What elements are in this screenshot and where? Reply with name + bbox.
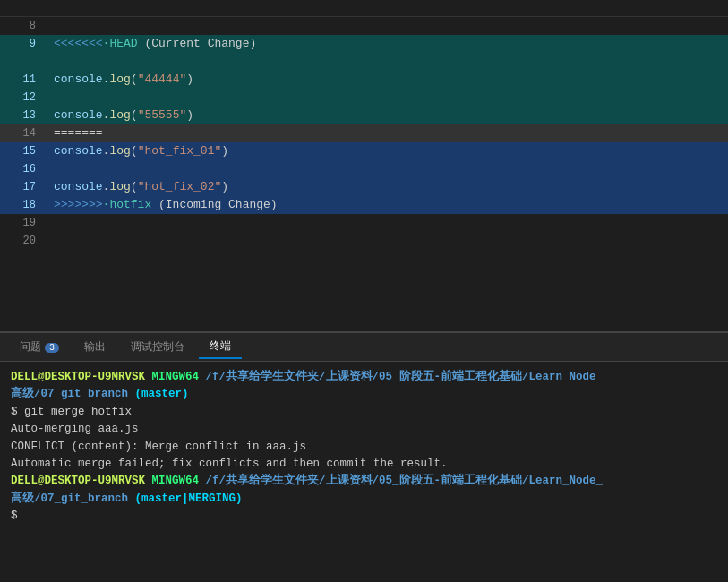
line-content — [45, 160, 728, 178]
code-line: 11console.log("44444") — [0, 71, 728, 89]
terminal-text — [128, 492, 135, 505]
line-content — [45, 232, 728, 250]
tab-badge: 3 — [45, 343, 59, 353]
terminal-text: /f/共享给学生文件夹/上课资料/ — [206, 371, 380, 383]
code-line: 19 — [0, 214, 728, 232]
terminal-text — [145, 475, 152, 487]
terminal-text: /f/共享给学生文件夹/上课资料/ — [206, 475, 380, 487]
code-line: 15console.log("hot_fix_01") — [0, 142, 728, 160]
line-content — [45, 89, 728, 107]
line-number: 17 — [0, 178, 45, 196]
terminal-text: 05_阶段五-前端工程化基础 — [379, 371, 522, 383]
line-number — [0, 53, 45, 71]
terminal-text: (master|MERGING) — [135, 492, 243, 505]
line-number: 19 — [0, 214, 45, 232]
terminal-text: $ git merge hotfix — [11, 406, 132, 418]
conflict-actions-bar — [0, 0, 728, 17]
terminal-text: MINGW64 — [152, 475, 200, 487]
line-number: 18 — [0, 196, 45, 214]
terminal-text — [199, 475, 206, 487]
line-number: 11 — [0, 71, 45, 89]
line-content: ======= — [45, 124, 728, 142]
code-line: 13console.log("55555") — [0, 107, 728, 124]
code-line: 9<<<<<<<·HEAD (Current Change) — [0, 35, 728, 53]
line-number: 15 — [0, 142, 45, 160]
terminal-line: $ git merge hotfix — [11, 404, 717, 421]
line-content — [45, 214, 728, 232]
editor-area: 89<<<<<<<·HEAD (Current Change)11console… — [0, 0, 728, 331]
line-content: <<<<<<<·HEAD (Current Change) — [45, 35, 728, 53]
terminal-line: $ — [11, 508, 717, 525]
terminal-text: Automatic merge failed; fix conflicts an… — [11, 458, 448, 470]
line-number: 12 — [0, 89, 45, 107]
terminal-text: CONFLICT (content): Merge conflict in aa… — [11, 441, 306, 453]
terminal-content[interactable]: DELL@DESKTOP-U9MRVSK MINGW64 /f/共享给学生文件夹… — [0, 362, 728, 582]
line-number: 8 — [0, 17, 45, 35]
terminal-line: DELL@DESKTOP-U9MRVSK MINGW64 /f/共享给学生文件夹… — [11, 473, 717, 490]
line-number: 20 — [0, 232, 45, 250]
line-number: 13 — [0, 107, 45, 124]
code-lines: 89<<<<<<<·HEAD (Current Change)11console… — [0, 17, 728, 250]
terminal-text — [199, 371, 206, 383]
terminal-text: 05_阶段五-前端工程化基础 — [379, 475, 522, 487]
terminal-line: CONFLICT (content): Merge conflict in aa… — [11, 439, 717, 456]
terminal-text: /Learn_Node_ — [522, 371, 603, 383]
terminal-text: /Learn_Node_ — [522, 475, 603, 487]
terminal-text: 高级/07_git_branch — [11, 492, 128, 505]
terminal-text — [128, 388, 135, 400]
terminal-text: $ — [11, 509, 18, 522]
code-line: 14======= — [0, 124, 728, 142]
code-line: 20 — [0, 232, 728, 250]
line-number: 14 — [0, 124, 45, 142]
terminal-text: MINGW64 — [152, 371, 200, 383]
code-line: 12 — [0, 89, 728, 107]
terminal-tab-终端[interactable]: 终端 — [199, 335, 242, 359]
terminal-panel: 问题3输出调试控制台终端 DELL@DESKTOP-U9MRVSK MINGW6… — [0, 331, 728, 582]
terminal-line: DELL@DESKTOP-U9MRVSK MINGW64 /f/共享给学生文件夹… — [11, 369, 717, 386]
terminal-line: Automatic merge failed; fix conflicts an… — [11, 456, 717, 473]
terminal-tab-问题[interactable]: 问题3 — [9, 336, 70, 358]
line-content — [45, 53, 728, 71]
code-line: 8 — [0, 17, 728, 35]
terminal-line: 高级/07_git_branch (master|MERGING) — [11, 491, 717, 508]
terminal-line: Auto-merging aaa.js — [11, 421, 717, 438]
code-line: 17console.log("hot_fix_02") — [0, 178, 728, 196]
code-line: 16 — [0, 160, 728, 178]
line-content: console.log("55555") — [45, 107, 728, 124]
terminal-tabs: 问题3输出调试控制台终端 — [0, 333, 728, 362]
terminal-tab-调试控制台[interactable]: 调试控制台 — [120, 336, 195, 358]
terminal-text: DELL@DESKTOP-U9MRVSK — [11, 475, 145, 487]
line-content: >>>>>>>·hotfix (Incoming Change) — [45, 196, 728, 214]
line-content: console.log("hot_fix_01") — [45, 142, 728, 160]
terminal-text: 高级/07_git_branch — [11, 388, 128, 400]
line-number: 9 — [0, 35, 45, 53]
terminal-text: DELL@DESKTOP-U9MRVSK — [11, 371, 145, 383]
line-content: console.log("hot_fix_02") — [45, 178, 728, 196]
line-number: 16 — [0, 160, 45, 178]
terminal-text — [145, 371, 152, 383]
code-line — [0, 53, 728, 71]
terminal-tab-输出[interactable]: 输出 — [73, 336, 116, 358]
line-content: console.log("44444") — [45, 71, 728, 89]
line-content — [45, 17, 728, 35]
terminal-text: Auto-merging aaa.js — [11, 423, 139, 435]
terminal-text: (master) — [135, 388, 189, 400]
code-line: 18>>>>>>>·hotfix (Incoming Change) — [0, 196, 728, 214]
terminal-line: 高级/07_git_branch (master) — [11, 386, 717, 403]
